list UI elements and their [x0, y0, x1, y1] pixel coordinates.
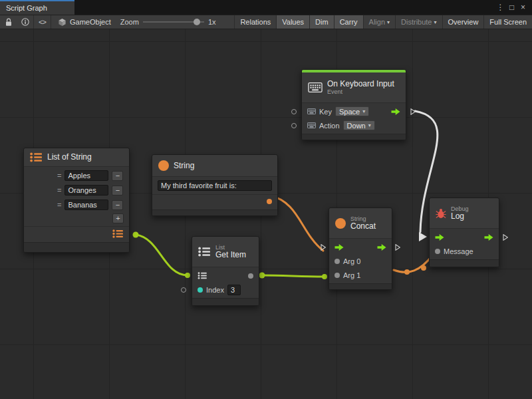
graph-toolbar: <> GameObject Zoom 1x Relations Values D… — [0, 15, 532, 29]
window-menu-icon[interactable]: ⋮ — [495, 1, 506, 14]
carry-button[interactable]: Carry — [334, 15, 363, 29]
key-icon — [307, 122, 316, 128]
list-input-port-icon[interactable] — [198, 272, 207, 279]
window-maximize-icon[interactable]: □ — [506, 1, 517, 14]
key-label: Key — [319, 108, 332, 116]
zoom-label: Zoom — [118, 18, 142, 26]
overview-button[interactable]: Overview — [442, 15, 484, 29]
window-close-icon[interactable]: × — [517, 1, 529, 14]
reorder-handle-icon[interactable]: = — [57, 172, 61, 180]
arg1-input-port[interactable] — [334, 273, 340, 278]
tab-title: Script Graph — [6, 4, 47, 12]
message-label: Message — [444, 247, 473, 255]
action-value-port-stub[interactable] — [291, 123, 297, 128]
gameobject-selector[interactable]: GameObject — [51, 18, 118, 27]
flow-in-port[interactable] — [435, 234, 444, 241]
gameobject-label: GameObject — [70, 18, 111, 26]
zoom-slider-handle[interactable] — [194, 19, 200, 25]
list-icon — [30, 152, 43, 162]
keyboard-icon — [308, 82, 323, 92]
string-output-port[interactable] — [267, 199, 272, 204]
item-output-port[interactable] — [248, 273, 253, 279]
node-title: List of String — [47, 153, 92, 162]
key-value-port-stub[interactable] — [291, 109, 297, 114]
flow-out-port[interactable] — [377, 244, 386, 251]
caret-down-icon: ▾ — [362, 108, 365, 114]
fullscreen-button[interactable]: Full Screen — [483, 15, 532, 29]
arg0-label: Arg 0 — [343, 257, 360, 265]
tab-script-graph[interactable]: Script Graph — [0, 0, 74, 15]
info-icon[interactable] — [17, 15, 33, 29]
zoom-value: 1x — [205, 18, 219, 26]
flow-in-stub[interactable] — [321, 244, 326, 251]
remove-item-button[interactable]: − — [112, 186, 123, 196]
toolbar-button-group: Relations Values Dim Carry Align▾ Distri… — [234, 15, 532, 29]
code-view-icon[interactable]: <> — [34, 15, 51, 29]
flow-in-port[interactable] — [334, 244, 344, 251]
reorder-handle-icon[interactable]: = — [57, 201, 61, 209]
string-type-icon — [335, 218, 346, 229]
window-controls: ⋮ □ × — [495, 0, 532, 15]
node-footer — [430, 259, 499, 267]
list-item-row: = − — [24, 183, 129, 198]
distribute-button[interactable]: Distribute▾ — [395, 15, 442, 29]
relations-label: Relations — [240, 18, 271, 26]
arg1-label: Arg 1 — [343, 271, 360, 279]
flow-out-stub[interactable] — [395, 244, 400, 251]
lock-icon[interactable] — [0, 15, 17, 29]
flow-out-port[interactable] — [484, 234, 493, 241]
arg0-input-port[interactable] — [334, 259, 340, 264]
zoom-slider[interactable] — [143, 15, 204, 29]
node-debug-log[interactable]: Debug Log Message — [429, 198, 499, 267]
message-input-port[interactable] — [435, 249, 440, 254]
flow-out-stub[interactable] — [410, 108, 416, 115]
flow-out-stub[interactable] — [503, 234, 508, 241]
node-string-literal[interactable]: String — [152, 154, 278, 216]
node-concat[interactable]: String Concat Arg 0 Arg 1 — [329, 207, 392, 290]
list-output-icon[interactable] — [112, 229, 124, 238]
list-item-input[interactable] — [65, 200, 108, 210]
remove-item-button[interactable]: − — [112, 200, 123, 210]
caret-down-icon: ▾ — [434, 19, 437, 25]
bug-icon — [436, 208, 446, 219]
list-item-row: = − — [24, 168, 129, 183]
key-dropdown-value: Space — [339, 108, 360, 116]
node-list-of-string[interactable]: List of String = − = − = − — [23, 148, 130, 253]
reorder-handle-icon[interactable]: = — [57, 186, 61, 194]
node-on-keyboard-input[interactable]: On Keyboard Input Event Key Space▾ Actio… — [301, 69, 406, 140]
node-get-item[interactable]: List Get Item Index — [192, 236, 259, 306]
distribute-label: Distribute — [401, 18, 432, 26]
key-icon — [307, 108, 316, 114]
index-input[interactable] — [227, 285, 241, 295]
add-item-button[interactable]: + — [112, 213, 124, 223]
action-dropdown[interactable]: Down▾ — [343, 120, 375, 130]
list-item-input[interactable] — [65, 185, 108, 196]
string-type-icon — [158, 160, 169, 171]
values-button[interactable]: Values — [276, 15, 309, 29]
remove-item-button[interactable]: − — [112, 171, 123, 181]
index-port-stub[interactable] — [181, 287, 186, 293]
titlebar: Script Graph ⋮ □ × — [0, 0, 532, 15]
carry-label: Carry — [340, 18, 358, 26]
node-footer — [152, 209, 277, 215]
list-item-input[interactable] — [65, 170, 108, 181]
align-label: Align — [369, 18, 385, 26]
relations-button[interactable]: Relations — [234, 15, 276, 29]
align-button[interactable]: Align▾ — [363, 15, 395, 29]
list-icon — [198, 247, 211, 257]
node-title: On Keyboard Input — [327, 80, 394, 88]
list-item-row: = − — [24, 198, 129, 212]
node-subtitle: Event — [327, 88, 394, 95]
dim-label: Dim — [315, 18, 329, 26]
node-title: String — [174, 162, 194, 170]
node-title: Get Item — [215, 251, 246, 259]
index-label: Index — [206, 286, 224, 294]
toolbar-left-group: <> GameObject Zoom 1x — [0, 15, 226, 29]
dim-button[interactable]: Dim — [309, 15, 334, 29]
flow-out-port[interactable] — [391, 108, 400, 115]
key-dropdown[interactable]: Space▾ — [335, 106, 369, 116]
caret-down-icon: ▾ — [368, 122, 371, 128]
index-input-port[interactable] — [198, 287, 203, 293]
string-value-input[interactable] — [158, 180, 272, 191]
node-footer — [192, 298, 259, 305]
